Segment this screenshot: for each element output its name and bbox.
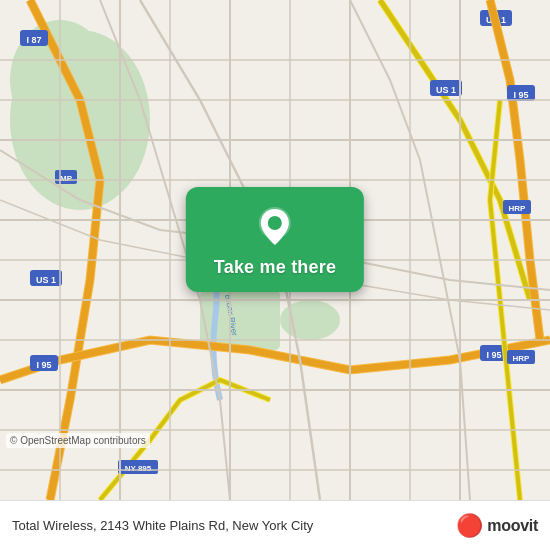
take-me-there-button[interactable]: Take me there xyxy=(214,257,336,278)
moovit-m-icon: 🔴 xyxy=(456,513,483,539)
osm-credit: © OpenStreetMap contributors xyxy=(6,433,150,448)
svg-text:NY 895: NY 895 xyxy=(125,464,152,473)
moovit-logo: 🔴 moovit xyxy=(456,513,538,539)
moovit-wordmark: moovit xyxy=(487,517,538,535)
svg-text:I 95: I 95 xyxy=(513,90,528,100)
svg-text:US 1: US 1 xyxy=(36,275,56,285)
map-container: I 87 MP US 1 US 1 I 95 I 95 I 95 HRP HRP… xyxy=(0,0,550,500)
svg-text:HRP: HRP xyxy=(513,354,531,363)
svg-text:US 1: US 1 xyxy=(436,85,456,95)
svg-text:HRP: HRP xyxy=(509,204,527,213)
svg-point-48 xyxy=(268,216,282,230)
bottom-bar: Total Wireless, 2143 White Plains Rd, Ne… xyxy=(0,500,550,550)
address-text: Total Wireless, 2143 White Plains Rd, Ne… xyxy=(12,518,313,533)
button-overlay: Take me there xyxy=(186,187,364,292)
map-pin-icon xyxy=(253,205,297,249)
svg-text:I 95: I 95 xyxy=(486,350,501,360)
svg-text:MP: MP xyxy=(60,174,73,183)
svg-text:I 95: I 95 xyxy=(36,360,51,370)
green-panel[interactable]: Take me there xyxy=(186,187,364,292)
svg-text:I 87: I 87 xyxy=(26,35,41,45)
